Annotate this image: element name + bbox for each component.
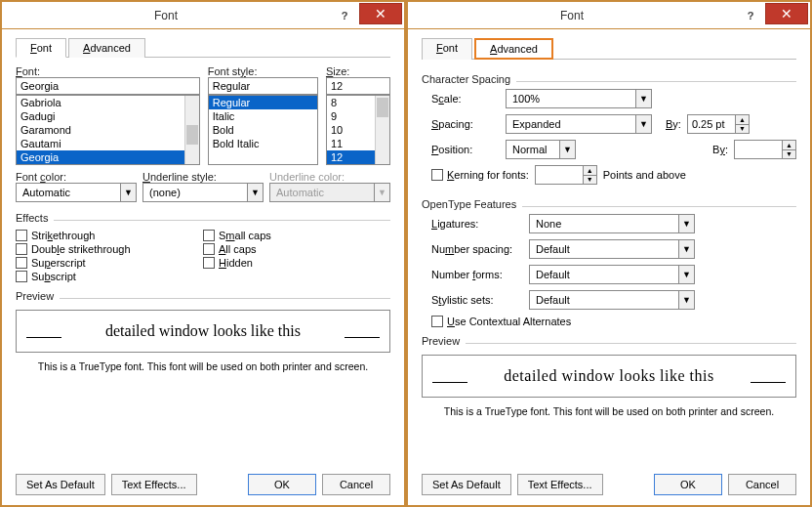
close-button[interactable]: ✕ — [359, 3, 402, 24]
list-item[interactable]: Gautami — [17, 137, 199, 150]
chevron-down-icon[interactable]: ▼ — [120, 184, 136, 201]
spin-down-icon[interactable]: ▼ — [783, 150, 795, 159]
set-as-default-button[interactable]: Set As Default — [16, 474, 105, 495]
fontcolor-combo[interactable]: Automatic ▼ — [16, 183, 137, 202]
numberspacing-label: Number spacing: — [431, 243, 523, 255]
help-button[interactable]: ? — [330, 5, 359, 26]
chevron-down-icon[interactable]: ▼ — [635, 90, 651, 107]
list-item[interactable]: Garamond — [17, 123, 199, 137]
spacing-by-spinner[interactable]: ▲▼ — [687, 114, 750, 134]
help-button[interactable]: ? — [736, 5, 765, 26]
list-item[interactable]: Bold Italic — [209, 137, 317, 150]
ligatures-combo[interactable]: None▼ — [529, 214, 695, 233]
list-item[interactable]: Regular — [209, 96, 317, 109]
position-label: Position: — [431, 144, 500, 155]
text-effects-button[interactable]: Text Effects... — [517, 474, 603, 495]
fontstyle-input[interactable] — [208, 77, 318, 95]
underlinestyle-combo[interactable]: (none) ▼ — [142, 183, 264, 202]
spacing-label: Spacing: — [431, 118, 500, 130]
size-listbox[interactable]: 8 9 10 11 12 — [326, 95, 390, 165]
combo-value: Automatic — [270, 187, 374, 198]
cancel-button[interactable]: Cancel — [728, 474, 796, 495]
spin-up-icon[interactable]: ▲ — [736, 115, 749, 125]
fontstyle-listbox[interactable]: Regular Italic Bold Bold Italic — [208, 95, 318, 165]
allcaps-checkbox[interactable]: All caps — [203, 243, 390, 255]
numberspacing-combo[interactable]: Default▼ — [529, 239, 695, 259]
tab-advanced[interactable]: Advanced — [68, 38, 145, 58]
spinner-input[interactable] — [688, 115, 735, 133]
tab-font[interactable]: Font — [16, 38, 66, 58]
font-dialog-font-tab: Font ? ✕ Font Advanced Font: Gabriola Ga… — [0, 0, 406, 507]
strikethrough-checkbox[interactable]: Strikethrough — [16, 230, 203, 241]
preview-text: detailed window looks like this — [504, 367, 713, 385]
subscript-checkbox[interactable]: Subscript — [16, 271, 203, 282]
set-as-default-button[interactable]: Set As Default — [422, 474, 511, 495]
fontstyle-label: Font style: — [208, 65, 318, 77]
charspacing-group: Character Spacing — [422, 73, 510, 85]
chevron-down-icon[interactable]: ▼ — [635, 115, 651, 133]
stylisticsets-combo[interactable]: Default▼ — [529, 290, 695, 310]
window-title: Font — [408, 9, 736, 22]
spin-down-icon[interactable]: ▼ — [736, 125, 749, 134]
kerning-spinner[interactable]: ▲▼ — [535, 165, 597, 185]
by-label: By: — [666, 118, 681, 130]
list-item[interactable]: Bold — [209, 123, 317, 137]
scrollbar[interactable] — [184, 96, 199, 164]
stylisticsets-label: Stylistic sets: — [431, 294, 523, 306]
close-button[interactable]: ✕ — [765, 3, 808, 24]
scale-combo[interactable]: 100%▼ — [506, 89, 652, 108]
smallcaps-checkbox[interactable]: Small caps — [203, 230, 390, 241]
preview-box: detailed window looks like this — [422, 355, 796, 398]
preview-label: Preview — [422, 335, 460, 347]
hidden-checkbox[interactable]: Hidden — [203, 257, 390, 269]
position-combo[interactable]: Normal▼ — [506, 140, 576, 159]
font-input[interactable] — [16, 77, 200, 95]
tabs: Font Advanced — [422, 37, 796, 60]
fontcolor-label: Font color: — [16, 171, 137, 183]
spin-down-icon[interactable]: ▼ — [584, 176, 596, 185]
chevron-down-icon[interactable]: ▼ — [678, 291, 694, 309]
scale-label: Scale: — [431, 93, 500, 105]
effects-group: Effects — [16, 212, 48, 224]
cancel-button[interactable]: Cancel — [322, 474, 390, 495]
combo-value: Default — [530, 243, 678, 255]
contextual-alternates-checkbox[interactable]: Use Contextual Alternates — [431, 316, 796, 327]
font-note: This is a TrueType font. This font will … — [16, 360, 390, 372]
spinner-input[interactable] — [735, 141, 782, 158]
list-item[interactable]: Gabriola — [17, 96, 199, 109]
combo-value: Expanded — [507, 118, 635, 130]
chevron-down-icon[interactable]: ▼ — [247, 184, 263, 201]
list-item[interactable]: Italic — [209, 109, 317, 123]
font-listbox[interactable]: Gabriola Gadugi Garamond Gautami Georgia — [16, 95, 200, 165]
underlinecolor-combo: Automatic ▼ — [269, 183, 390, 202]
ok-button[interactable]: OK — [654, 474, 722, 495]
spacing-combo[interactable]: Expanded▼ — [506, 114, 652, 134]
chevron-down-icon[interactable]: ▼ — [678, 266, 694, 283]
spinner-input[interactable] — [536, 166, 583, 184]
spin-up-icon[interactable]: ▲ — [783, 141, 795, 150]
combo-value: (none) — [143, 187, 247, 198]
numberforms-combo[interactable]: Default▼ — [529, 265, 695, 284]
spin-up-icon[interactable]: ▲ — [584, 166, 596, 176]
size-input[interactable] — [326, 77, 390, 95]
double-strikethrough-checkbox[interactable]: Double strikethrough — [16, 243, 203, 255]
kerning-checkbox[interactable]: Kerning for fonts: — [431, 169, 529, 181]
titlebar: Font ? ✕ — [408, 2, 810, 29]
tab-advanced[interactable]: Advanced — [474, 38, 553, 60]
chevron-down-icon[interactable]: ▼ — [559, 141, 575, 158]
chevron-down-icon[interactable]: ▼ — [678, 215, 694, 232]
list-item[interactable]: Gadugi — [17, 109, 199, 123]
titlebar: Font ? ✕ — [2, 2, 404, 29]
ok-button[interactable]: OK — [248, 474, 316, 495]
chevron-down-icon[interactable]: ▼ — [678, 240, 694, 258]
by-label: By: — [712, 144, 728, 155]
position-by-spinner[interactable]: ▲▼ — [734, 140, 796, 159]
text-effects-button[interactable]: Text Effects... — [111, 474, 197, 495]
combo-value: Default — [530, 294, 678, 306]
chevron-down-icon: ▼ — [374, 184, 389, 201]
font-note: This is a TrueType font. This font will … — [422, 405, 796, 417]
list-item[interactable]: Georgia — [17, 150, 199, 164]
superscript-checkbox[interactable]: Superscript — [16, 257, 203, 269]
scrollbar[interactable] — [375, 96, 389, 164]
tab-font[interactable]: Font — [422, 38, 472, 60]
